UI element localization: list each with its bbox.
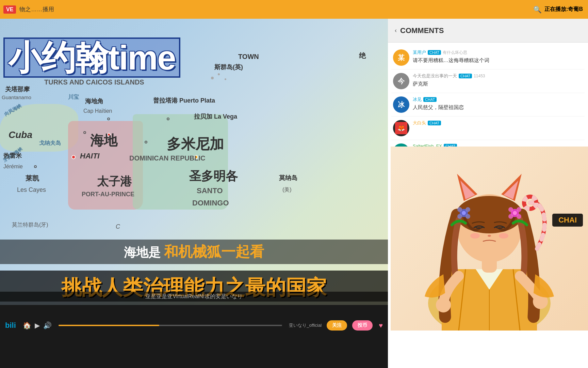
heart-icon[interactable]: ♥ <box>379 322 383 329</box>
avatar: 冰 <box>393 96 409 113</box>
volume-icon[interactable]: 🔊 <box>43 321 52 329</box>
comment-body: 大白头 CHAT <box>413 120 583 127</box>
map-label-haiti-cn: 海地 <box>90 131 117 150</box>
comment-user-line: 冰见 CHAT <box>413 96 583 103</box>
comments-header: ‹ COMMENTS <box>388 19 588 43</box>
comment-item: 🦊 大白头 CHAT <box>391 117 585 140</box>
svg-point-24 <box>457 214 462 219</box>
chai-label: CHAI <box>552 214 583 227</box>
subtitle-bar-1: 海地是 和机械狐一起看 <box>0 240 388 264</box>
progress-bar[interactable] <box>59 325 282 326</box>
map-label-lescayes-en: Les Cayes <box>17 186 46 194</box>
map-label-caicos-channel: 川宝 <box>68 94 79 101</box>
svg-point-29 <box>517 214 521 219</box>
sidebar-top-bar: 🔍 正在播放:奇葡B <box>388 0 588 19</box>
extra-text: 11453 <box>474 74 485 78</box>
comment-body: 冰见 CHAT 人民慈父，隔壁祖国恋 <box>413 96 583 111</box>
svg-point-25 <box>466 214 470 219</box>
svg-point-27 <box>517 207 521 212</box>
svg-point-28 <box>508 214 513 219</box>
map-label-dominican-en: DOMINICAN REPUBLIC <box>129 154 205 162</box>
comment-text: 人民慈父，隔壁祖国恋 <box>413 104 583 111</box>
svg-point-19 <box>462 211 466 215</box>
chat-badge: CHAT <box>459 74 472 78</box>
map-label-islands-cn: 斯群岛(英) <box>214 63 243 71</box>
username: 大白头 <box>413 120 426 126</box>
map-label-guantanamo-cn: 关塔那摩 <box>5 85 30 93</box>
username: 今天也是没出事的一天 <box>413 73 457 79</box>
map-label-mona-cn: 莫纳岛 <box>279 174 297 182</box>
chat-badge: CHAT <box>428 50 441 55</box>
bili-logo: bili <box>5 321 16 330</box>
home-icon[interactable]: 🏠 <box>23 321 31 329</box>
play-icon[interactable]: ▶ <box>35 321 40 329</box>
comment-body: 某用户 CHAT 有什么坏心思 请不要用糟糕…这侮辱糟糕这个词 <box>413 49 583 64</box>
comment-user-line: 今天也是没出事的一天 CHAT 11453 <box>413 73 583 79</box>
vtuber-character <box>391 147 588 331</box>
map-label-turks: TURKS AND CAICOS ISLANDS <box>44 78 144 86</box>
map-label-jeremie-en: Jérémie <box>3 164 23 170</box>
coin-button[interactable]: 投币 <box>352 320 373 331</box>
comment-item: 冰 冰见 CHAT 人民慈父，隔壁祖国恋 <box>391 93 585 117</box>
avatar: 今 <box>393 73 409 89</box>
follow-button[interactable]: 关注 <box>327 320 347 331</box>
map-label-santo-en: SANTO <box>197 186 223 195</box>
map-label-haiti-en: HAITI <box>80 152 99 160</box>
svg-point-23 <box>466 207 470 212</box>
main-title: 小约翰time <box>3 37 180 78</box>
chat-badge: CHAT <box>423 97 437 102</box>
map-label-cap-en: Cap Haïtien <box>83 108 112 114</box>
svg-point-16 <box>470 233 480 239</box>
top-bar: VE 物之……播用 <box>0 0 388 19</box>
comment-user-line: 大白头 CHAT <box>413 120 583 126</box>
comment-item: 今 今天也是没出事的一天 CHAT 11453 萨克斯 <box>391 70 585 93</box>
map-label-lavega-cn: 拉贝加 La Vega <box>194 112 237 121</box>
subtitle-text-1: 海地是 和机械狐一起看 <box>7 242 381 261</box>
avatar: 🦊 <box>393 120 409 136</box>
username: 某用户 <box>413 49 426 56</box>
search-icon[interactable]: 🔍 <box>533 5 542 14</box>
map-label-town: TOWN <box>238 53 259 61</box>
map-label-domingo-en: DOMINGO <box>192 199 229 208</box>
map-label-cuba: Cuba <box>9 129 32 140</box>
svg-point-26 <box>508 207 513 212</box>
comment-user-line: 某用户 CHAT 有什么坏心思 <box>413 49 583 56</box>
chat-badge: CHAT <box>428 121 441 125</box>
map-label-usa: (美) <box>282 186 292 194</box>
map-label-morant-cn: 莫兰特群岛(牙) <box>12 221 48 229</box>
avatar: 某 <box>393 49 409 66</box>
live-badge: VE <box>3 5 16 14</box>
bottom-bar: bili 🏠 ▶ 🔊 亚いなり_official 关注 投币 ♥ <box>0 305 388 346</box>
comment-body: 今天也是没出事的一天 CHAT 11453 萨克斯 <box>413 73 583 87</box>
map-label-jeremie-cn: 热雷米 <box>3 152 22 160</box>
map-label-portauprince-cn: 太子港 <box>97 174 132 189</box>
svg-point-17 <box>499 233 508 239</box>
svg-point-32 <box>436 297 451 312</box>
comment-text: 萨克斯 <box>413 80 583 87</box>
subtitle-part1: 海地是 <box>124 245 161 259</box>
map-label-pap-en: PORT-AU-PRINCE <box>82 191 134 198</box>
extra-text: 有什么坏心思 <box>443 50 467 56</box>
watermark-bar: 亚是亚是亚VirtualRealNi读的安是いなり <box>0 292 388 302</box>
svg-point-21 <box>513 211 517 215</box>
map-label-guantanamo-en: Guantanamo <box>2 94 31 100</box>
top-bar-title: 物之……播用 <box>19 5 54 13</box>
map-label-puertopl-cn: 普拉塔港 Puerto Plata <box>153 96 215 105</box>
svg-point-15 <box>488 235 491 237</box>
comment-item: 某 某用户 CHAT 有什么坏心思 请不要用糟糕…这侮辱糟糕这个词 <box>391 46 585 70</box>
comment-text: 请不要用糟糕…这侮辱糟糕这个词 <box>413 57 583 64</box>
back-button[interactable]: ‹ <box>395 27 397 34</box>
map-label-dominican-cn: 多米尼加 <box>167 135 224 154</box>
search-text: 正在播放:奇葡B <box>544 6 583 13</box>
username: 冰见 <box>413 96 422 103</box>
user-label: 亚いなり_official <box>289 322 322 328</box>
comments-title: COMMENTS <box>400 26 444 35</box>
watermark-text: 亚是亚是亚VirtualRealNi读的安是いなり <box>3 293 385 300</box>
map-label-c-label: C <box>116 223 120 230</box>
svg-point-22 <box>457 207 462 212</box>
video-area: 向风海峡 牙买加海峡 TOWN 斯群岛(英) TURKS AND CAICOS … <box>0 19 388 346</box>
subtitle-part2: 和机械狐一起看 <box>164 244 264 260</box>
map-label-gonave-cn: 戈纳夫岛 <box>39 140 61 147</box>
map-label-cayes-cn: 莱凯 <box>26 174 39 183</box>
map-label-santodomingo-cn: 圣多明各 <box>189 168 238 185</box>
